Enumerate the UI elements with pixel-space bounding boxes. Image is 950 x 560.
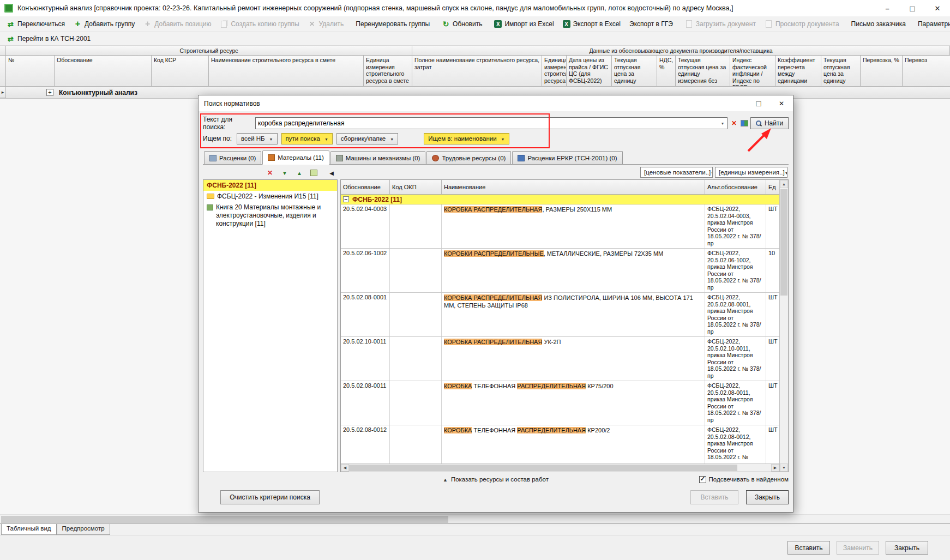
toolbar-button[interactable]: Письмо заказчика <box>847 19 910 29</box>
scroll-left-icon[interactable] <box>341 464 349 472</box>
toolbar-button[interactable]: Загрузить документ <box>681 19 760 30</box>
column-header[interactable]: Текущая отпускная цена за единицу <box>612 56 657 87</box>
price-indicators-dropdown[interactable]: [ценовые показатели..] <box>640 167 713 178</box>
move-up-icon[interactable] <box>296 169 303 177</box>
result-alt-justification: ФСБЦ-2022, 20.5.02.10-0011, приказ Минст… <box>705 337 766 381</box>
toolbar-button[interactable]: Переключиться <box>2 19 69 30</box>
toolbar-button[interactable]: Параметры <box>913 19 950 29</box>
results-column-header[interactable]: Обоснование <box>341 180 390 194</box>
category-tab[interactable]: Материалы (11) <box>262 150 329 165</box>
find-button[interactable]: Найти <box>750 117 789 129</box>
column-header[interactable]: Дата цены из прайса / ФГИС ЦС (для ФСБЦ-… <box>567 56 612 87</box>
result-row[interactable]: 20.5.02.08-0012 КОРОБКА ТЕЛЕФОННАЯ РАСПР… <box>341 425 779 463</box>
result-row[interactable]: 20.5.02.08-0011 КОРОБКА ТЕЛЕФОННАЯ РАСПР… <box>341 381 779 425</box>
column-header[interactable]: Код КСР <box>152 56 209 87</box>
dialog-maximize-icon[interactable] <box>747 95 770 111</box>
bottom-action-button[interactable]: Заменить <box>837 541 879 555</box>
dialog-close-button[interactable]: Закрыть <box>746 490 789 504</box>
result-name: КОРОБКА ТЕЛЕФОННАЯ РАСПРЕДЕЛИТЕЛЬНАЯ КР2… <box>442 425 705 463</box>
scroll-down-icon[interactable] <box>780 463 788 472</box>
tree-root-node[interactable]: ФСНБ-2022 [11] <box>203 180 337 191</box>
clear-search-icon[interactable] <box>730 119 738 127</box>
goto-tsn-button[interactable]: Перейти в КА ТСН-2001 <box>2 33 95 45</box>
toolbar-button[interactable]: Обновить <box>437 19 486 30</box>
result-row[interactable]: 20.5.02.04-0003 КОРОБКА РАСПРЕДЕЛИТЕЛЬНА… <box>341 204 779 249</box>
results-group-row[interactable]: ФСНБ-2022 [11] <box>341 195 779 204</box>
delete-icon[interactable] <box>266 169 274 177</box>
search-options-icon[interactable] <box>741 120 748 127</box>
category-tab[interactable]: Расценки (0) <box>204 151 261 164</box>
column-header[interactable]: Перевозка, % <box>861 56 903 87</box>
toolbar-button[interactable]: Экспорт в Excel <box>558 19 625 29</box>
category-tab[interactable]: Трудовые ресурсы (0) <box>426 151 511 164</box>
toolbar-button[interactable]: Удалить <box>304 19 348 30</box>
search-input[interactable] <box>258 118 718 128</box>
collapse-left-icon[interactable] <box>328 169 335 177</box>
result-row[interactable]: 20.5.02.06-1002 КОРОБКИ РАСПРЕДЕЛИТЕЛЬНЫ… <box>341 249 779 293</box>
scroll-up-icon[interactable] <box>780 180 788 188</box>
category-tab[interactable]: Расценки ЕРКР (ТСН-2001) (0) <box>512 151 622 164</box>
results-column-header[interactable]: Ед <box>766 180 779 194</box>
results-column-header[interactable]: Альт.обоснование <box>705 180 766 194</box>
book-icon[interactable] <box>310 170 317 176</box>
tree-item[interactable]: Книга 20 Материалы монтажные и электроус… <box>203 202 337 229</box>
column-header[interactable]: Единица измерен. строител. ресурса <box>542 56 567 87</box>
tree-item[interactable]: ФСБЦ-2022 - Изменения И15 [11] <box>203 191 337 202</box>
column-header[interactable]: Полное наименование строительного ресурс… <box>412 56 542 87</box>
scrollbar-thumb[interactable] <box>349 465 737 471</box>
highlight-checkbox-group[interactable]: Подсвечивать в найденном <box>694 476 789 483</box>
expand-plus-icon[interactable] <box>46 89 53 96</box>
results-vertical-scrollbar[interactable] <box>779 180 788 472</box>
column-header[interactable]: Индекс фактической инфляции / Индекс по … <box>730 56 775 87</box>
view-tab[interactable]: Табличный вид <box>1 524 57 535</box>
view-tab[interactable]: Предпросмотр <box>57 524 110 535</box>
close-icon[interactable] <box>925 0 950 16</box>
column-header[interactable]: НДС, % <box>657 56 676 87</box>
highlight-checkbox[interactable] <box>699 476 706 483</box>
column-header[interactable]: Наименование строительного ресурса в сме… <box>209 56 364 87</box>
toolbar-button[interactable]: Добавить группу <box>69 19 139 30</box>
results-horizontal-scrollbar[interactable] <box>341 463 779 472</box>
collapse-minus-icon[interactable] <box>343 196 349 202</box>
units-dropdown[interactable]: [единицы измерения..] <box>715 167 787 178</box>
toolbar-button[interactable]: Создать копию группы <box>215 19 303 30</box>
maximize-icon[interactable] <box>900 0 925 16</box>
toolbar-button[interactable]: Добавить позицию <box>139 19 215 30</box>
bottom-action-button[interactable]: Вставить <box>787 541 830 555</box>
match-highlight: КОРОБКА <box>444 383 472 389</box>
folder-dropdown[interactable]: сборнику\папке <box>336 133 398 144</box>
category-tab[interactable]: Машины и механизмы (0) <box>330 151 426 164</box>
column-header[interactable]: Текущая отпускная цена за единицу <box>821 56 861 87</box>
result-row[interactable]: 20.5.02.08-0001 КОРОБКА РАСПРЕДЕЛИТЕЛЬНА… <box>341 293 779 337</box>
toolbar-button[interactable]: Перенумеровать группы <box>351 19 434 29</box>
move-down-icon[interactable] <box>281 169 288 177</box>
column-header[interactable]: Текущая отпускная цена за единицу измере… <box>676 56 730 87</box>
search-field-dropdown[interactable]: Ищем в: наименовании <box>424 133 509 144</box>
column-header[interactable]: Обоснование <box>55 56 152 87</box>
dialog-close-icon[interactable] <box>770 95 793 111</box>
column-header[interactable]: Коэффициент пересчета между единицами <box>775 56 821 87</box>
toolbar-button[interactable]: Экспорт в ГГЭ <box>625 19 677 29</box>
results-column-header[interactable]: Код ОКП <box>390 180 442 194</box>
chevron-up-icon <box>443 476 448 483</box>
scrollbar-thumb[interactable] <box>1 516 448 523</box>
column-header[interactable]: Единица измерения строительного ресурса … <box>364 56 412 87</box>
scroll-right-icon[interactable] <box>771 464 779 472</box>
dialog-insert-button[interactable]: Вставить <box>690 490 738 504</box>
bottom-action-button[interactable]: Закрыть <box>886 541 928 555</box>
secondary-toolbar: Перейти в КА ТСН-2001 <box>0 32 950 46</box>
search-path-dropdown[interactable]: пути поиска <box>281 133 333 144</box>
scope-dropdown[interactable]: всей НБ <box>237 133 278 144</box>
column-header[interactable]: № <box>6 56 55 87</box>
main-horizontal-scrollbar[interactable] <box>0 514 950 523</box>
scrollbar-thumb[interactable] <box>780 189 787 296</box>
clear-criteria-button[interactable]: Очистить критерии поиска <box>220 490 320 504</box>
result-row[interactable]: 20.5.02.10-0011 КОРОБКА РАСПРЕДЕЛИТЕЛЬНА… <box>341 337 779 381</box>
minimize-icon[interactable] <box>875 0 900 16</box>
toolbar-button[interactable]: Просмотр документа <box>760 19 844 30</box>
results-column-header[interactable]: Наименование <box>442 180 705 194</box>
toolbar-button[interactable]: Импорт из Excel <box>490 19 558 29</box>
chevron-down-icon[interactable] <box>718 118 727 129</box>
toolbar-button-icon <box>563 20 570 28</box>
column-header[interactable]: Перевоз <box>903 56 950 87</box>
